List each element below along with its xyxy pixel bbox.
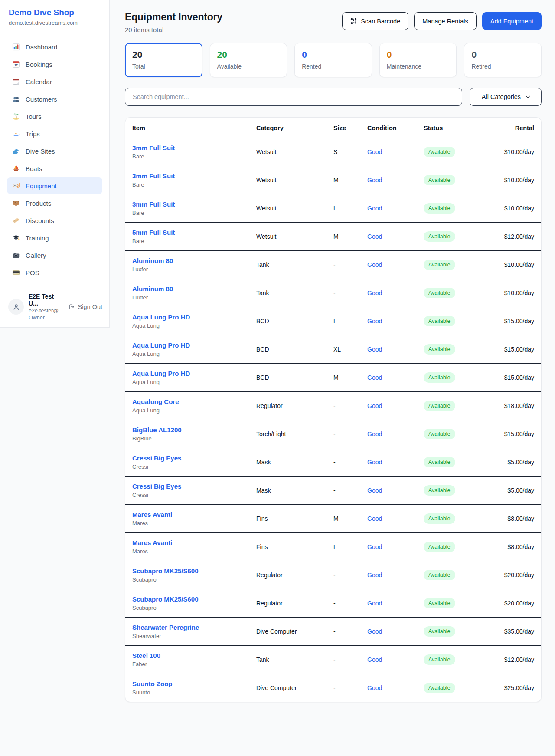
item-condition[interactable]: Good	[367, 487, 424, 494]
sidebar-item-gallery[interactable]: Gallery	[7, 247, 102, 263]
item-name-link[interactable]: 3mm Full Suit	[132, 144, 175, 151]
item-size: -	[333, 684, 367, 691]
table-row: Aqua Lung Pro HD Aqua Lung BCD XL Good A…	[125, 335, 541, 364]
item-category: Mask	[256, 487, 333, 494]
item-rental: $10.00/day	[497, 148, 534, 155]
manage-rentals-label: Manage Rentals	[422, 18, 468, 25]
item-name-link[interactable]: Scubapro MK25/S600	[132, 595, 199, 603]
item-condition[interactable]: Good	[367, 402, 424, 409]
item-rental: $20.00/day	[497, 572, 534, 579]
item-category: Fins	[256, 515, 333, 522]
item-condition[interactable]: Good	[367, 431, 424, 437]
item-name-link[interactable]: 3mm Full Suit	[132, 172, 175, 180]
sidebar-item-discounts[interactable]: Discounts	[7, 212, 102, 229]
sidebar-item-products[interactable]: Products	[7, 195, 102, 211]
sidebar-item-equipment[interactable]: Equipment	[7, 177, 102, 194]
status-cell: Available	[424, 513, 497, 524]
stat-card-retired[interactable]: 0 Retired	[464, 43, 542, 77]
item-condition[interactable]: Good	[367, 515, 424, 522]
item-condition[interactable]: Good	[367, 572, 424, 579]
category-filter[interactable]: All Categories	[470, 88, 542, 106]
item-brand: Bare	[132, 181, 256, 188]
item-condition[interactable]: Good	[367, 374, 424, 381]
table-row: 3mm Full Suit Bare Wetsuit M Good Availa…	[125, 166, 541, 194]
item-name-link[interactable]: Aqua Lung Pro HD	[132, 313, 190, 321]
stat-label: Total	[132, 63, 195, 70]
item-name-link[interactable]: Mares Avanti	[132, 539, 172, 546]
status-badge: Available	[424, 175, 455, 185]
item-condition[interactable]: Good	[367, 543, 424, 550]
item-condition[interactable]: Good	[367, 600, 424, 607]
item-name-link[interactable]: Mares Avanti	[132, 511, 172, 518]
table-row: Scubapro MK25/S600 Scubapro Regulator - …	[125, 589, 541, 618]
add-equipment-button[interactable]: Add Equipment	[482, 12, 542, 30]
sign-out-button[interactable]: Sign Out	[68, 303, 103, 310]
item-condition[interactable]: Good	[367, 318, 424, 325]
sidebar-item-boats[interactable]: Boats	[7, 160, 102, 177]
status-badge: Available	[424, 598, 455, 608]
status-badge: Available	[424, 654, 455, 665]
item-brand: Aqua Lung	[132, 322, 256, 329]
table-row: Mares Avanti Mares Fins L Good Available…	[125, 533, 541, 561]
col-rental: Rental	[497, 125, 534, 131]
item-condition[interactable]: Good	[367, 628, 424, 635]
item-size: -	[333, 431, 367, 437]
stat-value: 0	[387, 49, 450, 60]
item-cell: 3mm Full Suit Bare	[132, 144, 256, 160]
sidebar-item-dive-sites[interactable]: Dive Sites	[7, 143, 102, 159]
item-cell: Aqua Lung Pro HD Aqua Lung	[132, 313, 256, 329]
item-name-link[interactable]: Aqua Lung Pro HD	[132, 342, 190, 349]
item-name-link[interactable]: 3mm Full Suit	[132, 201, 175, 208]
sidebar-item-bookings[interactable]: 17 Bookings	[7, 56, 102, 72]
stat-card-total[interactable]: 20 Total	[125, 43, 202, 77]
item-brand: Mares	[132, 548, 256, 555]
scan-barcode-button[interactable]: Scan Barcode	[342, 12, 408, 30]
sidebar-item-dashboard[interactable]: Dashboard	[7, 39, 102, 55]
header-actions: Scan Barcode Manage Rentals Add Equipmen…	[342, 12, 542, 30]
item-condition[interactable]: Good	[367, 205, 424, 212]
sidebar-item-trips[interactable]: Trips	[7, 125, 102, 142]
item-name-link[interactable]: 5mm Full Suit	[132, 229, 175, 236]
item-name-link[interactable]: Suunto Zoop	[132, 680, 172, 687]
item-name-link[interactable]: Scubapro MK25/S600	[132, 567, 199, 575]
table-row: 5mm Full Suit Bare Wetsuit M Good Availa…	[125, 223, 541, 251]
item-condition[interactable]: Good	[367, 289, 424, 296]
item-name-link[interactable]: Aqualung Core	[132, 398, 179, 405]
table-row: Aluminum 80 Luxfer Tank - Good Available…	[125, 279, 541, 307]
stat-card-rented[interactable]: 0 Rented	[294, 43, 372, 77]
status-cell: Available	[424, 429, 497, 439]
stat-card-maintenance[interactable]: 0 Maintenance	[379, 43, 457, 77]
item-category: Dive Computer	[256, 628, 333, 635]
stat-card-available[interactable]: 20 Available	[210, 43, 287, 77]
item-condition[interactable]: Good	[367, 148, 424, 155]
item-brand: Aqua Lung	[132, 379, 256, 385]
item-name-link[interactable]: Cressi Big Eyes	[132, 454, 181, 462]
search-input[interactable]	[125, 88, 462, 106]
item-name-link[interactable]: BigBlue AL1200	[132, 426, 182, 434]
item-name-link[interactable]: Aluminum 80	[132, 285, 173, 293]
item-size: -	[333, 628, 367, 635]
shop-name[interactable]: Demo Dive Shop	[9, 8, 101, 17]
item-name-link[interactable]: Shearwater Peregrine	[132, 624, 199, 631]
item-condition[interactable]: Good	[367, 261, 424, 268]
sidebar-item-training[interactable]: Training	[7, 230, 102, 246]
item-condition[interactable]: Good	[367, 233, 424, 240]
item-brand: Aqua Lung	[132, 407, 256, 414]
item-condition[interactable]: Good	[367, 177, 424, 184]
item-condition[interactable]: Good	[367, 656, 424, 663]
item-cell: Aqualung Core Aqua Lung	[132, 398, 256, 414]
sidebar-item-calendar[interactable]: Calendar	[7, 73, 102, 90]
item-name-link[interactable]: Cressi Big Eyes	[132, 483, 181, 490]
add-equipment-label: Add Equipment	[490, 18, 533, 25]
item-condition[interactable]: Good	[367, 684, 424, 691]
item-name-link[interactable]: Aqua Lung Pro HD	[132, 370, 190, 377]
item-name-link[interactable]: Aluminum 80	[132, 257, 173, 264]
sidebar-item-customers[interactable]: Customers	[7, 91, 102, 107]
sidebar-item-tours[interactable]: Tours	[7, 108, 102, 125]
sidebar-item-pos[interactable]: POS	[7, 264, 102, 281]
item-brand: Bare	[132, 153, 256, 160]
item-condition[interactable]: Good	[367, 459, 424, 466]
item-name-link[interactable]: Steel 100	[132, 652, 160, 659]
item-condition[interactable]: Good	[367, 346, 424, 353]
manage-rentals-button[interactable]: Manage Rentals	[414, 12, 477, 30]
